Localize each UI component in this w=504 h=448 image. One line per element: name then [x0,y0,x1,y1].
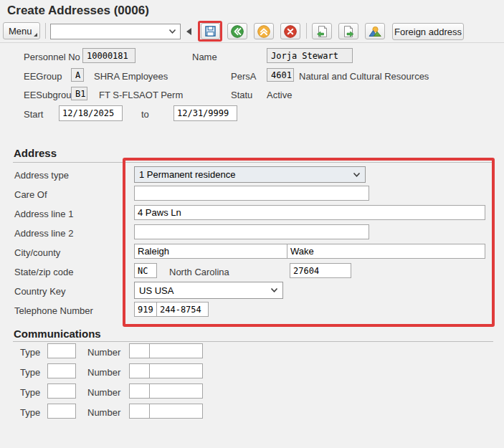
address-line2-label: Address line 2 [14,228,73,239]
exit-button[interactable] [254,23,274,39]
next-record-icon [341,24,356,39]
zip-input[interactable] [290,263,351,278]
foreign-address-button-label: Foreign address [394,27,462,37]
address-type-label: Address type [14,170,69,181]
communications-section-divider [13,341,493,342]
address-type-value: 1 Permanent residence [139,169,235,180]
menu-button[interactable]: Menu [3,22,40,39]
address-line2-input[interactable] [134,224,369,239]
city-input[interactable] [134,244,287,259]
command-combobox[interactable] [50,24,181,39]
city-county-label: City/county [14,247,60,258]
back-button[interactable] [227,23,247,39]
toolbar-divider [0,42,504,43]
menu-button-label: Menu [9,26,32,37]
state-name-text: North Carolina [169,267,229,277]
chevron-down-icon [168,29,176,34]
overview-icon [368,24,382,39]
cancel-button[interactable] [280,23,300,39]
comm-number-label: Number [87,347,120,358]
toolbar-separator [45,23,46,39]
comm-number-label: Number [87,387,120,398]
save-button[interactable] [201,23,220,39]
care-of-input[interactable] [134,186,369,201]
foreign-address-button[interactable]: Foreign address [392,23,464,40]
collapse-toolbar-icon[interactable] [186,28,191,35]
care-of-label: Care Of [14,189,47,200]
ee-group-text: SHRA Employees [94,71,168,82]
name-label: Name [192,52,217,62]
pers-area-label: PersA [231,71,256,82]
comm-number-prefix-input[interactable] [129,363,150,378]
start-date-input[interactable] [59,105,123,121]
phone-number-input[interactable] [156,302,209,317]
pers-area-value: 4601 [267,68,294,82]
comm-type-label: Type [20,347,40,358]
save-icon [204,24,217,38]
telephone-label: Telephone Number [14,305,93,316]
ee-subgroup-label: EESubgroup [24,90,77,100]
address-line1-input[interactable] [134,205,485,220]
comm-number-prefix-input[interactable] [129,404,150,419]
previous-record-button[interactable] [312,23,332,39]
chevron-down-icon [353,172,361,178]
previous-record-icon [315,24,329,39]
next-record-button[interactable] [338,23,358,39]
back-icon [230,24,244,39]
exit-icon [257,24,271,39]
comm-type-input[interactable] [47,363,76,378]
state-input[interactable] [134,263,157,278]
overview-button[interactable] [365,23,385,39]
state-zip-label: State/zip code [14,267,73,277]
comm-type-input[interactable] [47,404,76,419]
address-line1-label: Address line 1 [14,209,73,219]
address-type-dropdown[interactable]: 1 Permanent residence [134,166,366,183]
communications-section-title: Communications [14,328,101,340]
comm-number-prefix-input[interactable] [129,383,150,399]
toolbar-separator [306,23,307,39]
comm-type-input[interactable] [47,343,76,358]
start-label: Start [24,109,43,120]
ee-subgroup-value: B1 [71,87,87,100]
end-date-input[interactable] [173,105,237,121]
comm-type-label: Type [20,407,40,418]
comm-number-label: Number [87,407,120,418]
cancel-icon [283,24,298,39]
address-section-title: Address [14,147,57,159]
status-value: Active [267,90,292,100]
phone-area-input[interactable] [134,302,157,317]
personnel-no-label: Personnel No [24,52,80,62]
comm-number-input[interactable] [149,363,203,378]
comm-number-input[interactable] [149,343,203,358]
ee-group-value: A [71,68,84,82]
comm-type-input[interactable] [47,383,76,399]
country-value: US USA [139,285,173,296]
pers-area-text: Natural and Cultural Resources [299,71,429,82]
country-key-label: Country Key [14,286,66,297]
page-title: Create Addresses (0006) [7,4,149,18]
comm-number-input[interactable] [149,404,203,419]
status-label: Statu [231,90,252,100]
comm-type-label: Type [20,367,40,378]
menu-arrow-icon [34,33,37,37]
comm-number-prefix-input[interactable] [129,343,150,358]
comm-number-label: Number [87,367,120,378]
to-label: to [141,109,149,120]
comm-number-input[interactable] [149,383,203,399]
ee-subgroup-text: FT S-FLSAOT Perm [99,90,183,100]
country-dropdown[interactable]: US USA [134,282,283,299]
chevron-down-icon [270,287,278,293]
ee-group-label: EEGroup [24,71,62,82]
comm-type-label: Type [20,387,40,398]
personnel-no-value: 10000181 [82,48,135,63]
county-input[interactable] [287,244,485,259]
name-value: Jorja Stewart [267,48,353,63]
